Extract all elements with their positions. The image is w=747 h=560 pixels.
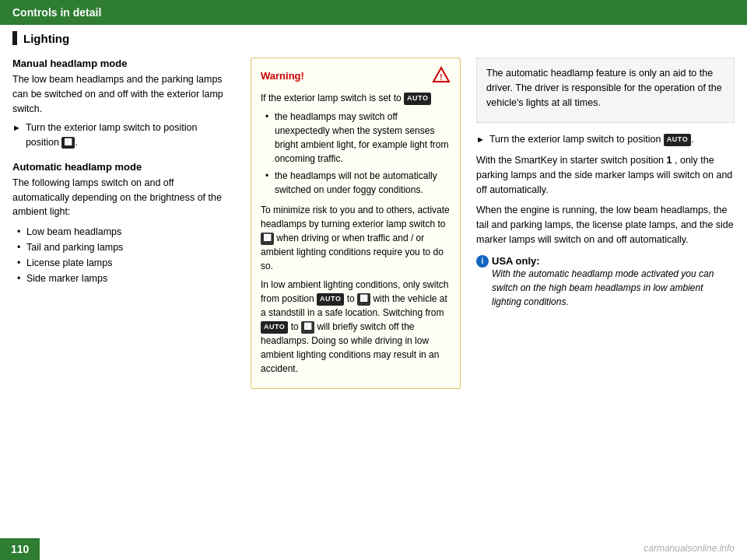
auto-badge: AUTO xyxy=(664,134,691,146)
page-number: 110 xyxy=(0,538,40,560)
warning-title: Warning! xyxy=(261,70,304,82)
parking-badge2: 🅿 xyxy=(357,293,370,306)
auto-body: The following lamps switch on and off au… xyxy=(12,176,232,219)
svg-text:!: ! xyxy=(440,73,442,82)
auto-badge: AUTO xyxy=(317,293,344,306)
warning-bullet-list: the headlamps may switch off unexpectedl… xyxy=(261,110,451,197)
middle-column: Warning! ! If the exterior lamp switch i… xyxy=(251,58,461,537)
auto-badge: AUTO xyxy=(404,93,431,105)
warning-triangle-icon: ! xyxy=(432,66,451,85)
auto-list: Low beam headlamps Tail and parking lamp… xyxy=(12,224,232,286)
warning-para2: In low ambient lighting conditions, only… xyxy=(261,278,451,376)
engine-para: When the engine is running, the low beam… xyxy=(476,203,735,247)
warning-intro-text: If the exterior lamp switch is set to AU… xyxy=(261,91,451,105)
section-title-text: Lighting xyxy=(23,32,69,45)
manual-step1-text: Turn the exterior lamp switch to positio… xyxy=(26,121,232,150)
smartkey-para: With the SmartKey in starter switch posi… xyxy=(476,153,735,197)
list-item: the headlamps may switch off unexpectedl… xyxy=(264,110,451,166)
section-title-accent xyxy=(12,31,17,45)
usa-note: i USA only: With the automatic headlamp … xyxy=(476,255,735,309)
warning-header: Warning! ! xyxy=(261,66,451,85)
info-icon: i xyxy=(476,255,489,268)
auto-heading: Automatic headlamp mode xyxy=(12,161,232,173)
info-top-box: The automatic headlamp feature is only a… xyxy=(476,58,735,123)
left-column: Manual headlamp mode The low beam headla… xyxy=(12,58,238,537)
arrow-icon: ► xyxy=(476,133,485,146)
header-bar: Controls in detail xyxy=(0,0,747,25)
parking-badge: 🅿 xyxy=(61,137,75,149)
info-top-text: The automatic headlamp feature is only a… xyxy=(486,66,724,110)
watermark: carmanualsonline.info xyxy=(644,543,735,554)
parking-badge: 🅿 xyxy=(261,233,274,245)
usa-italic: With the automatic headlamp mode activat… xyxy=(492,268,714,307)
parking-badge3: 🅿 xyxy=(301,321,314,334)
list-item: the headlamps will not be automatically … xyxy=(264,169,451,197)
manual-step1: ► Turn the exterior lamp switch to posit… xyxy=(12,121,232,150)
usa-text: USA only: With the automatic headlamp mo… xyxy=(492,255,735,309)
right-step1: ► Turn the exterior lamp switch to posit… xyxy=(476,132,735,147)
list-item: Side marker lamps xyxy=(16,271,232,286)
auto-badge2: AUTO xyxy=(261,321,288,334)
right-step1-text: Turn the exterior lamp switch to positio… xyxy=(489,132,694,147)
usa-label: USA only: xyxy=(492,255,540,267)
manual-body: The low beam headlamps and the parking l… xyxy=(12,72,232,116)
header-title: Controls in detail xyxy=(12,6,101,19)
arrow-icon: ► xyxy=(12,121,21,135)
warning-box: Warning! ! If the exterior lamp switch i… xyxy=(251,58,461,389)
warning-para1: To minimize risk to you and to others, a… xyxy=(261,203,451,273)
list-item: Tail and parking lamps xyxy=(16,240,232,255)
manual-heading: Manual headlamp mode xyxy=(12,58,232,69)
list-item: Low beam headlamps xyxy=(16,224,232,240)
list-item: License plate lamps xyxy=(16,255,232,271)
section-title-row: Lighting xyxy=(0,25,747,48)
right-column: The automatic headlamp feature is only a… xyxy=(473,58,735,537)
content-wrapper: Manual headlamp mode The low beam headla… xyxy=(0,48,747,546)
